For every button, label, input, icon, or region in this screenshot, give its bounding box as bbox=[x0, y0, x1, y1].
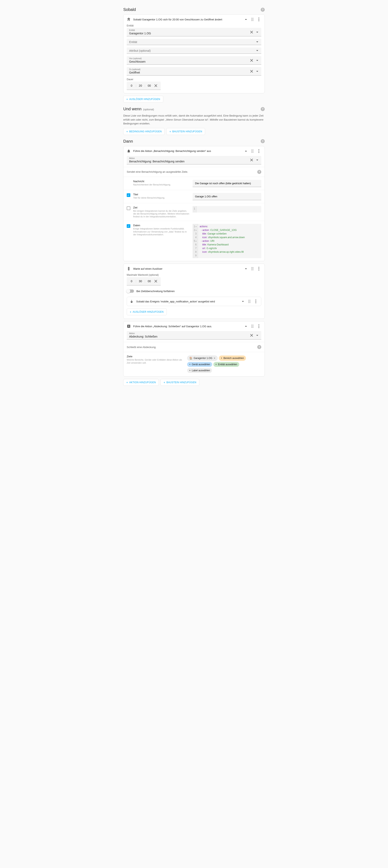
svg-point-8 bbox=[259, 21, 259, 21]
svg-point-46 bbox=[253, 327, 253, 328]
dropdown-icon[interactable] bbox=[255, 48, 260, 53]
svg-point-4 bbox=[251, 21, 252, 21]
collapse-button[interactable] bbox=[243, 17, 248, 22]
overflow-menu[interactable] bbox=[253, 299, 258, 304]
svg-point-27 bbox=[253, 270, 253, 270]
timeout-toggle[interactable] bbox=[127, 289, 134, 293]
trigger-card-title: Sobald Garagentor 1.OG sich für 20:00 vo… bbox=[133, 18, 241, 21]
help-icon[interactable]: ? bbox=[261, 107, 265, 111]
message-input[interactable] bbox=[192, 180, 261, 187]
gesture-icon bbox=[130, 299, 134, 303]
svg-point-30 bbox=[259, 270, 259, 271]
drag-handle[interactable] bbox=[247, 299, 252, 304]
svg-point-39 bbox=[256, 302, 256, 303]
target-checkbox[interactable] bbox=[127, 207, 130, 210]
drag-handle[interactable] bbox=[250, 324, 255, 329]
data-yaml-editor[interactable]: 1▾ 2▾ 3 4 5▾ 6 7 8 9 actions: - action: … bbox=[192, 224, 261, 258]
collapse-button[interactable] bbox=[243, 266, 248, 271]
dropdown-icon[interactable] bbox=[255, 39, 260, 44]
field-label-target: Ziel bbox=[133, 206, 190, 209]
add-block-button[interactable]: +BAUSTEIN HINZUFÜGEN bbox=[160, 379, 199, 386]
max-wait-input[interactable]: 0: 30: 00 bbox=[127, 277, 161, 285]
clear-icon[interactable] bbox=[249, 69, 254, 74]
svg-point-49 bbox=[259, 327, 259, 328]
dropdown-icon[interactable] bbox=[255, 69, 260, 74]
svg-point-16 bbox=[259, 151, 259, 152]
dropdown-icon[interactable] bbox=[255, 333, 260, 338]
add-trigger-button[interactable]: +AUSLÖSER HINZUFÜGEN bbox=[127, 308, 167, 315]
nested-trigger-title: Sobald das Ereignis 'mobile_app_notifica… bbox=[136, 300, 238, 303]
entity-add-input[interactable]: Entität bbox=[127, 39, 261, 45]
action-card-cover: Führe die Aktion „Abdeckung: Schließen“ … bbox=[123, 321, 265, 376]
action-select[interactable]: Aktion Benachrichtigung: Benachrichtigun… bbox=[127, 156, 261, 164]
collapse-button[interactable] bbox=[243, 149, 248, 154]
collapse-button[interactable] bbox=[243, 324, 248, 329]
to-input[interactable]: Zu (optional) Geöffnet bbox=[127, 67, 261, 75]
help-icon[interactable]: ? bbox=[257, 345, 261, 349]
drag-handle[interactable] bbox=[250, 149, 255, 154]
help-icon[interactable]: ? bbox=[261, 139, 265, 143]
dropdown-icon[interactable] bbox=[255, 58, 260, 63]
add-trigger-button[interactable]: +AUSLÖSER HINZUFÜGEN bbox=[123, 96, 163, 103]
title-checkbox[interactable]: ✓ bbox=[127, 193, 130, 197]
overflow-menu[interactable] bbox=[257, 266, 261, 271]
svg-point-12 bbox=[253, 151, 253, 151]
data-checkbox[interactable]: ✓ bbox=[127, 224, 130, 228]
entity-label: Entität bbox=[127, 24, 261, 27]
add-area-chip[interactable]: +Bereich auswählen bbox=[219, 355, 246, 361]
entity-input[interactable]: Entität Garagentor 1.OG bbox=[127, 28, 261, 36]
attribute-input[interactable]: Attribut (optional) bbox=[127, 48, 261, 54]
svg-point-41 bbox=[251, 325, 252, 326]
action-description: Sendet eine Benachrichtigung an ausgewäh… bbox=[127, 170, 188, 173]
entity-chip[interactable]: 🏠 Garagentor 1.OG ✕ bbox=[187, 355, 218, 361]
svg-point-37 bbox=[256, 300, 256, 300]
chip-remove[interactable]: ✕ bbox=[214, 357, 215, 360]
arrow-down-box-icon bbox=[127, 324, 131, 328]
dropdown-icon[interactable] bbox=[255, 158, 260, 162]
add-condition-button[interactable]: +BEDINGUNG HINZUFÜGEN bbox=[123, 128, 165, 135]
clear-icon[interactable] bbox=[249, 58, 254, 63]
svg-point-17 bbox=[259, 152, 259, 153]
svg-point-25 bbox=[253, 269, 253, 269]
traffic-light-icon bbox=[127, 267, 131, 271]
action-card-title: Warte auf einen Auslöser bbox=[133, 267, 241, 270]
svg-point-45 bbox=[251, 327, 252, 328]
action-description: Schließt eine Abdeckung. bbox=[127, 346, 156, 349]
garage-icon: 🏠 bbox=[189, 357, 192, 360]
svg-point-36 bbox=[250, 302, 250, 303]
drag-handle[interactable] bbox=[250, 17, 255, 22]
overflow-menu[interactable] bbox=[257, 17, 261, 22]
add-entity-chip[interactable]: +Entität auswählen bbox=[213, 362, 239, 367]
drag-handle[interactable] bbox=[250, 266, 255, 271]
add-device-chip[interactable]: +Gerät auswählen bbox=[187, 362, 212, 367]
title-input[interactable] bbox=[192, 193, 261, 200]
clear-icon[interactable] bbox=[153, 83, 158, 88]
svg-point-9 bbox=[251, 150, 252, 150]
add-label-chip[interactable]: +Label auswählen bbox=[187, 368, 212, 373]
clear-icon[interactable] bbox=[249, 333, 254, 338]
from-input[interactable]: Von (optional) Geschlossen bbox=[127, 56, 261, 65]
add-action-button[interactable]: +AKTION HINZUFÜGEN bbox=[123, 379, 159, 386]
action-select[interactable]: Aktion Abdeckung: Schließen bbox=[127, 331, 261, 340]
state-icon bbox=[127, 18, 131, 22]
clear-icon[interactable] bbox=[249, 30, 254, 35]
help-icon[interactable]: ? bbox=[257, 170, 261, 174]
help-icon[interactable]: ? bbox=[261, 8, 265, 12]
svg-point-19 bbox=[128, 268, 129, 268]
overflow-menu[interactable] bbox=[257, 149, 261, 154]
overflow-menu[interactable] bbox=[257, 324, 261, 329]
targets-label: Ziele bbox=[127, 355, 183, 358]
svg-point-31 bbox=[248, 300, 249, 301]
duration-input[interactable]: 0: 20: 00 bbox=[127, 82, 161, 90]
dropdown-icon[interactable] bbox=[255, 30, 260, 35]
svg-point-26 bbox=[251, 270, 252, 270]
svg-point-2 bbox=[251, 19, 252, 20]
section-title-action: Dann bbox=[123, 139, 133, 144]
add-block-button[interactable]: +BAUSTEIN HINZUFÜGEN bbox=[166, 128, 205, 135]
section-title-trigger: Sobald bbox=[123, 7, 136, 12]
svg-point-3 bbox=[253, 19, 253, 20]
expand-button[interactable] bbox=[240, 299, 245, 304]
clear-icon[interactable] bbox=[153, 279, 158, 284]
svg-point-33 bbox=[248, 301, 249, 302]
clear-icon[interactable] bbox=[249, 158, 254, 162]
